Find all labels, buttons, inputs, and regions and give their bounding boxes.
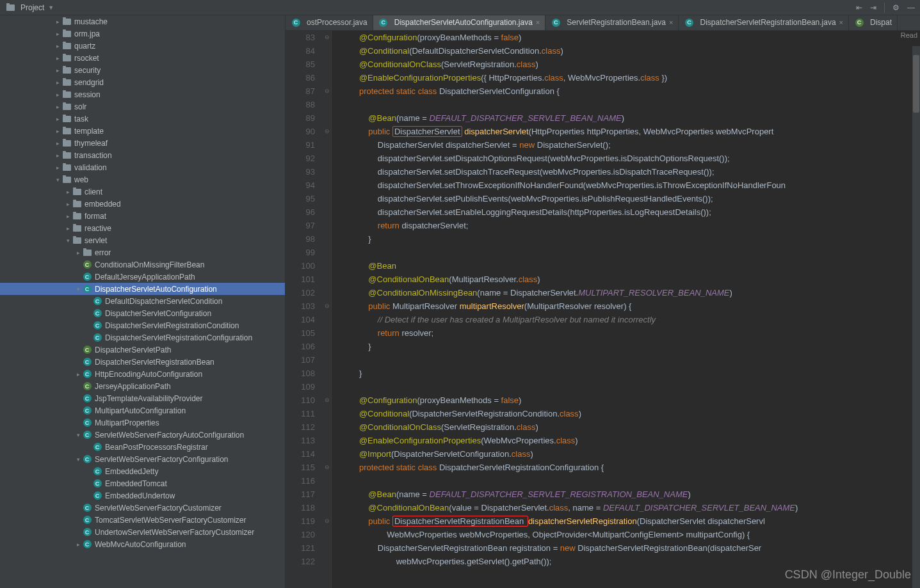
tree-item[interactable]: ▾CDispatcherServletAutoConfiguration xyxy=(0,283,285,295)
code-line[interactable]: @Bean(name = DEFAULT_DISPATCHER_SERVLET_… xyxy=(341,488,920,501)
project-dropdown[interactable]: Project ▼ xyxy=(5,3,54,13)
code-line[interactable] xyxy=(341,246,920,259)
chevron-right-icon[interactable]: ▸ xyxy=(54,140,61,147)
chevron-right-icon[interactable]: ▸ xyxy=(74,541,82,548)
tree-item[interactable]: CMultipartAutoConfiguration xyxy=(0,404,285,417)
chevron-right-icon[interactable]: ▸ xyxy=(54,19,61,25)
code-line[interactable]: protected static class DispatcherServlet… xyxy=(341,461,920,474)
code-line[interactable]: @ConditionalOnClass(ServletRegistration.… xyxy=(341,58,920,71)
code-line[interactable]: public MultipartResolver multipartResolv… xyxy=(341,299,920,313)
chevron-right-icon[interactable]: ▸ xyxy=(54,31,61,37)
code-line[interactable]: protected static class DispatcherServlet… xyxy=(341,84,920,98)
chevron-right-icon[interactable]: ▸ xyxy=(54,104,61,110)
tree-item[interactable]: CDispatcherServletConfiguration xyxy=(0,307,285,319)
tree-item[interactable]: CDispatcherServletRegistrationConfigurat… xyxy=(0,331,285,344)
hide-icon[interactable]: — xyxy=(907,3,915,12)
tree-item[interactable]: CEmbeddedJetty xyxy=(0,465,285,477)
tree-item[interactable]: CDispatcherServletPath xyxy=(0,344,285,356)
code-line[interactable]: @ConditionalOnMissingBean(name = Dispatc… xyxy=(341,286,920,299)
tree-item[interactable]: CEmbeddedUndertow xyxy=(0,489,285,502)
code-line[interactable]: public DispatcherServlet dispatcherServl… xyxy=(341,125,920,138)
project-tree[interactable]: ▸mustache▸orm.jpa▸quartz▸rsocket▸securit… xyxy=(0,15,286,588)
code-line[interactable]: @Configuration(proxyBeanMethods = false) xyxy=(341,393,920,407)
chevron-right-icon[interactable]: ▸ xyxy=(64,225,72,232)
tree-item[interactable]: ▸transaction xyxy=(0,149,285,161)
chevron-down-icon[interactable]: ▾ xyxy=(74,432,82,438)
tree-item[interactable]: CEmbeddedTomcat xyxy=(0,477,285,489)
code-line[interactable]: @ConditionalOnBean(MultipartResolver.cla… xyxy=(341,273,920,286)
code-line[interactable]: // Detect if the user has created a Mult… xyxy=(341,313,920,326)
code-line[interactable]: } xyxy=(341,340,920,353)
code-line[interactable]: DispatcherServletRegistrationBean regist… xyxy=(341,541,920,555)
tree-item[interactable]: ▸task xyxy=(0,113,285,125)
tree-item[interactable]: ▸client xyxy=(0,186,285,198)
tree-item[interactable]: CMultipartProperties xyxy=(0,417,285,429)
chevron-down-icon[interactable]: ▾ xyxy=(74,456,82,463)
tree-item[interactable]: ▸mustache xyxy=(0,15,285,28)
chevron-right-icon[interactable]: ▸ xyxy=(64,213,72,219)
code-line[interactable]: @Import(DispatcherServletConfiguration.c… xyxy=(341,447,920,461)
tree-item[interactable]: CBeanPostProcessorsRegistrar xyxy=(0,441,285,453)
chevron-right-icon[interactable]: ▸ xyxy=(54,43,61,49)
tree-item[interactable]: ▸CWebMvcAutoConfiguration xyxy=(0,538,285,550)
close-icon[interactable]: × xyxy=(536,19,540,26)
editor-tab[interactable]: CDispatcherServletRegistrationBean.java× xyxy=(679,15,849,30)
code-line[interactable]: @Conditional(DispatcherServletRegistrati… xyxy=(341,407,920,420)
chevron-right-icon[interactable]: ▸ xyxy=(64,201,72,207)
editor-tab[interactable]: CostProcessor.java xyxy=(286,15,373,30)
code-line[interactable]: @Bean xyxy=(341,259,920,273)
fold-marker[interactable]: ⊖ xyxy=(323,84,331,98)
tree-item[interactable]: ▸template xyxy=(0,125,285,137)
fold-marker[interactable]: ⊖ xyxy=(323,31,331,44)
code-line[interactable]: webMvcProperties.getServlet().getPath())… xyxy=(341,555,920,568)
editor-scrollbar[interactable] xyxy=(912,46,920,588)
tree-item[interactable]: CJerseyApplicationPath xyxy=(0,380,285,392)
tree-item[interactable]: ▸reactive xyxy=(0,222,285,234)
tree-item[interactable]: ▾servlet xyxy=(0,234,285,246)
tree-item[interactable]: ▸rsocket xyxy=(0,52,285,64)
tree-item[interactable]: CDispatcherServletRegistrationCondition xyxy=(0,319,285,331)
tree-item[interactable]: CTomcatServletWebServerFactoryCustomizer xyxy=(0,514,285,526)
code-line[interactable]: dispatcherServlet.setDispatchTraceReques… xyxy=(341,165,920,179)
tree-item[interactable]: CDefaultJerseyApplicationPath xyxy=(0,271,285,283)
tree-item[interactable]: CServletWebServerFactoryCustomizer xyxy=(0,502,285,514)
tree-item[interactable]: ▸sendgrid xyxy=(0,76,285,88)
tree-item[interactable]: ▸CHttpEncodingAutoConfiguration xyxy=(0,368,285,380)
fold-marker[interactable]: ⊖ xyxy=(323,393,331,407)
code-line[interactable]: @Conditional(DefaultDispatcherServletCon… xyxy=(341,44,920,58)
tree-item[interactable]: ▸error xyxy=(0,246,285,258)
code-line[interactable]: @ConditionalOnBean(value = DispatcherSer… xyxy=(341,501,920,514)
tree-item[interactable]: ▾CServletWebServerFactoryAutoConfigurati… xyxy=(0,429,285,441)
chevron-right-icon[interactable]: ▸ xyxy=(54,164,61,171)
tree-item[interactable]: ▸thymeleaf xyxy=(0,137,285,149)
chevron-down-icon[interactable]: ▾ xyxy=(74,286,82,292)
code-line[interactable]: @EnableConfigurationProperties({ HttpPro… xyxy=(341,71,920,84)
code-line[interactable] xyxy=(341,380,920,393)
code-line[interactable]: DispatcherServlet dispatcherServlet = ne… xyxy=(341,138,920,152)
code-content[interactable]: @Configuration(proxyBeanMethods = false)… xyxy=(332,31,920,588)
tree-item[interactable]: ▸format xyxy=(0,210,285,222)
code-line[interactable] xyxy=(341,98,920,111)
tree-item[interactable]: ▸solr xyxy=(0,100,285,113)
code-editor[interactable]: 8384858687888990919293949596979899100101… xyxy=(286,31,920,588)
tree-item[interactable]: CConditionalOnMissingFilterBean xyxy=(0,258,285,271)
tree-item[interactable]: ▸quartz xyxy=(0,40,285,52)
code-line[interactable]: } xyxy=(341,367,920,380)
editor-tab[interactable]: CDispatcherServletAutoConfiguration.java… xyxy=(373,15,546,30)
settings-icon[interactable]: ⚙ xyxy=(892,3,900,12)
code-line[interactable]: WebMvcProperties webMvcProperties, Objec… xyxy=(341,528,920,541)
chevron-right-icon[interactable]: ▸ xyxy=(54,91,61,98)
tree-item[interactable]: ▸security xyxy=(0,64,285,76)
tree-item[interactable]: ▸validation xyxy=(0,161,285,173)
code-line[interactable]: dispatcherServlet.setEnableLoggingReques… xyxy=(341,205,920,219)
code-line[interactable] xyxy=(341,474,920,488)
editor-tab[interactable]: CDispat xyxy=(849,15,898,30)
code-line[interactable]: @Configuration(proxyBeanMethods = false) xyxy=(341,31,920,44)
tree-item[interactable]: ▸orm.jpa xyxy=(0,28,285,40)
chevron-right-icon[interactable]: ▸ xyxy=(54,55,61,61)
code-line[interactable]: dispatcherServlet.setPublishEvents(webMv… xyxy=(341,192,920,205)
chevron-down-icon[interactable]: ▾ xyxy=(64,237,72,244)
fold-marker[interactable]: ⊖ xyxy=(323,299,331,313)
collapse-all-icon[interactable]: ⇤ xyxy=(856,3,862,12)
tree-item[interactable]: CUndertowServletWebServerFactoryCustomiz… xyxy=(0,526,285,538)
